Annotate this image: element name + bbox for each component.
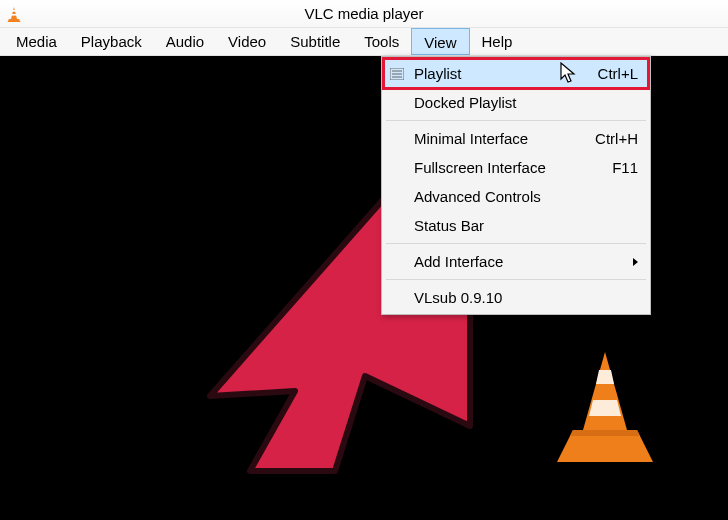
- menu-separator: [386, 243, 646, 244]
- menu-item-playlist[interactable]: Playlist Ctrl+L: [384, 59, 648, 88]
- vlc-cone-background-icon: [555, 352, 655, 462]
- menu-view[interactable]: View: [411, 28, 469, 55]
- menu-item-label: Playlist: [414, 65, 578, 82]
- vlc-cone-icon: [6, 6, 22, 22]
- view-dropdown: Playlist Ctrl+L Docked Playlist Minimal …: [381, 56, 651, 315]
- menu-separator: [386, 279, 646, 280]
- menu-item-advanced-controls[interactable]: Advanced Controls: [384, 182, 648, 211]
- titlebar: VLC media player: [0, 0, 728, 28]
- menu-item-label: Status Bar: [414, 217, 638, 234]
- menu-separator: [386, 120, 646, 121]
- menu-item-shortcut: F11: [612, 159, 638, 176]
- menu-media[interactable]: Media: [4, 28, 69, 55]
- svg-marker-3: [8, 19, 21, 22]
- menu-item-add-interface[interactable]: Add Interface: [384, 247, 648, 276]
- menubar: Media Playback Audio Video Subtitle Tool…: [0, 28, 728, 56]
- menu-item-label: Advanced Controls: [414, 188, 638, 205]
- submenu-arrow-icon: [633, 258, 638, 266]
- menu-item-fullscreen-interface[interactable]: Fullscreen Interface F11: [384, 153, 648, 182]
- menu-item-label: Add Interface: [414, 253, 638, 270]
- svg-marker-6: [589, 400, 621, 416]
- svg-marker-5: [596, 370, 614, 384]
- menu-tools[interactable]: Tools: [352, 28, 411, 55]
- svg-rect-1: [12, 10, 16, 12]
- svg-marker-0: [11, 7, 17, 19]
- menu-item-docked-playlist[interactable]: Docked Playlist: [384, 88, 648, 117]
- menu-item-vlsub[interactable]: VLsub 0.9.10: [384, 283, 648, 312]
- menu-item-label: Docked Playlist: [414, 94, 638, 111]
- svg-marker-8: [570, 430, 640, 436]
- menu-item-shortcut: Ctrl+L: [598, 65, 638, 82]
- menu-playback[interactable]: Playback: [69, 28, 154, 55]
- menu-audio[interactable]: Audio: [154, 28, 216, 55]
- svg-marker-4: [583, 352, 627, 430]
- menu-item-label: Fullscreen Interface: [414, 159, 592, 176]
- menu-subtitle[interactable]: Subtitle: [278, 28, 352, 55]
- menu-help[interactable]: Help: [470, 28, 525, 55]
- menu-item-status-bar[interactable]: Status Bar: [384, 211, 648, 240]
- menu-item-label: Minimal Interface: [414, 130, 575, 147]
- menu-item-minimal-interface[interactable]: Minimal Interface Ctrl+H: [384, 124, 648, 153]
- menu-video[interactable]: Video: [216, 28, 278, 55]
- menu-item-label: VLsub 0.9.10: [414, 289, 638, 306]
- svg-rect-2: [11, 14, 17, 16]
- playlist-icon: [390, 68, 404, 80]
- menu-item-shortcut: Ctrl+H: [595, 130, 638, 147]
- window-title: VLC media player: [0, 5, 728, 22]
